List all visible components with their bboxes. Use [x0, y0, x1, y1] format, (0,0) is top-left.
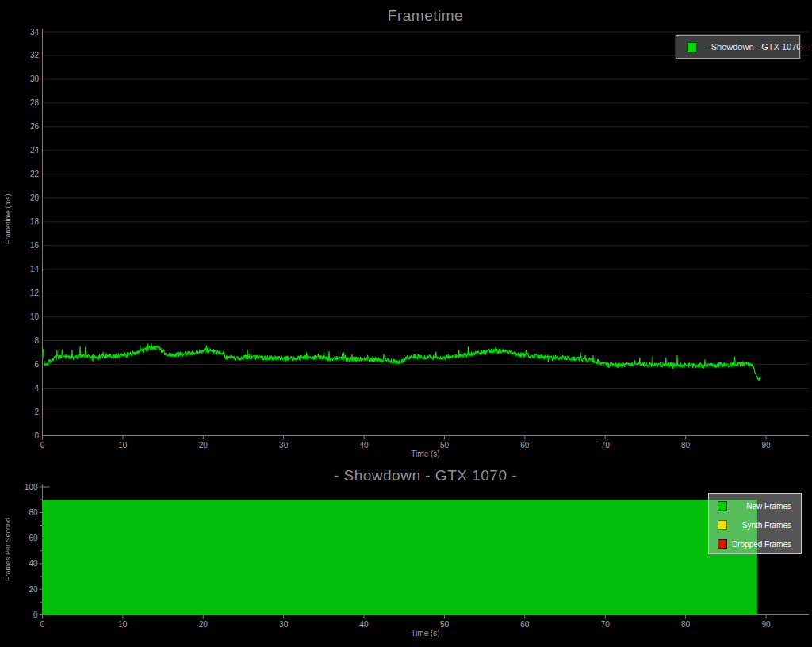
legend-row-synth-frames: Synth Frames — [709, 515, 801, 534]
fcat-analysis-window: Frametime Frametime (ms) 024681012141618… — [0, 0, 812, 647]
svg-text:26: 26 — [30, 122, 40, 131]
svg-text:60: 60 — [520, 620, 530, 629]
svg-text:60: 60 — [520, 441, 530, 450]
svg-text:4: 4 — [34, 384, 39, 392]
svg-text:20: 20 — [29, 585, 38, 594]
svg-text:80: 80 — [681, 441, 691, 450]
svg-text:40: 40 — [359, 441, 369, 450]
fps-x-axis-label: Time (s) — [42, 629, 809, 637]
svg-text:0: 0 — [40, 620, 45, 629]
svg-text:8: 8 — [34, 336, 39, 345]
fps-chart: - Showdown - GTX 1070 - Frames Per Secon… — [0, 464, 812, 647]
svg-text:28: 28 — [30, 98, 40, 107]
svg-text:6: 6 — [34, 360, 39, 369]
svg-text:14: 14 — [30, 265, 40, 274]
svg-text:10: 10 — [30, 312, 40, 321]
svg-text:90: 90 — [761, 620, 771, 629]
svg-text:18: 18 — [30, 217, 40, 226]
svg-text:30: 30 — [279, 441, 289, 450]
frametime-x-axis-label: Time (s) — [42, 450, 809, 458]
svg-text:20: 20 — [199, 441, 209, 450]
svg-text:10: 10 — [118, 620, 128, 629]
svg-text:70: 70 — [601, 620, 611, 629]
fps-legend[interactable]: New Frames Synth Frames Dropped Frames — [708, 493, 802, 554]
svg-text:50: 50 — [440, 620, 450, 629]
legend-row-dropped-frames: Dropped Frames — [709, 534, 801, 553]
fps-plot: 0204060801000102030405060708090 — [0, 464, 812, 647]
legend-swatch-dropped-frames-icon — [718, 539, 727, 549]
legend-label-showdown: - Showdown - GTX 1070 - — [706, 42, 806, 52]
svg-text:40: 40 — [359, 620, 369, 629]
legend-label-new-frames: New Frames — [727, 502, 791, 511]
legend-swatch-new-frames-icon — [718, 501, 727, 511]
svg-text:34: 34 — [30, 28, 40, 36]
svg-text:2: 2 — [34, 408, 39, 416]
svg-text:50: 50 — [440, 441, 450, 450]
svg-text:80: 80 — [681, 620, 691, 629]
svg-text:32: 32 — [30, 51, 40, 59]
legend-swatch-synth-frames-icon — [718, 520, 727, 530]
frametime-chart: Frametime Frametime (ms) 024681012141618… — [0, 0, 812, 464]
svg-text:12: 12 — [30, 289, 40, 297]
svg-text:0: 0 — [40, 441, 45, 450]
svg-text:60: 60 — [29, 534, 38, 542]
svg-text:70: 70 — [601, 441, 611, 450]
svg-text:20: 20 — [30, 193, 40, 202]
legend-label-synth-frames: Synth Frames — [727, 521, 791, 530]
svg-text:90: 90 — [761, 441, 771, 450]
frametime-plot: 0246810121416182022242628303234010203040… — [0, 0, 812, 464]
legend-label-dropped-frames: Dropped Frames — [727, 540, 791, 549]
svg-text:24: 24 — [30, 146, 40, 155]
svg-text:16: 16 — [30, 241, 40, 250]
svg-text:0: 0 — [33, 611, 38, 619]
svg-text:80: 80 — [29, 508, 38, 517]
svg-text:20: 20 — [199, 620, 209, 629]
svg-text:100: 100 — [25, 483, 38, 492]
frametime-legend[interactable]: - Showdown - GTX 1070 - — [676, 35, 800, 59]
svg-text:22: 22 — [30, 170, 40, 178]
svg-text:30: 30 — [279, 620, 289, 629]
svg-text:40: 40 — [29, 559, 38, 568]
svg-text:10: 10 — [118, 441, 128, 450]
svg-text:30: 30 — [30, 75, 40, 83]
svg-text:0: 0 — [34, 431, 39, 440]
legend-row-new-frames: New Frames — [709, 496, 801, 515]
legend-swatch-showdown-icon — [687, 42, 697, 52]
